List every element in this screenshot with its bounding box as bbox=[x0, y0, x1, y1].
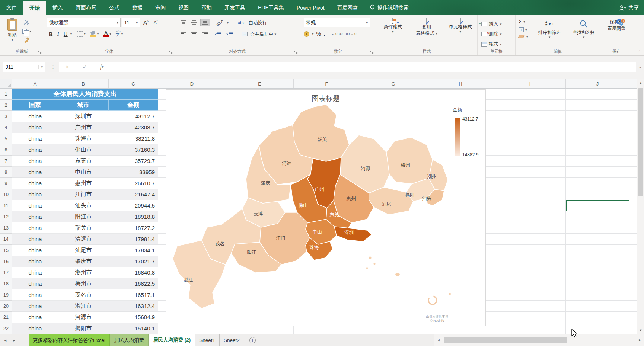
cell-J1[interactable] bbox=[566, 89, 629, 100]
row-header-10[interactable]: 10 bbox=[0, 189, 12, 200]
cell-k14[interactable] bbox=[629, 234, 637, 245]
cell-J2[interactable] bbox=[566, 100, 629, 111]
menu-tab-帮助[interactable]: 帮助 bbox=[195, 0, 218, 15]
underline-button[interactable]: U bbox=[62, 31, 70, 38]
cell-value-20[interactable]: 16312.4 bbox=[109, 301, 158, 312]
clipboard-dialog-launcher[interactable] bbox=[38, 50, 42, 54]
cell-country-3[interactable]: china bbox=[12, 111, 58, 122]
font-color-caret-icon[interactable]: ▾ bbox=[109, 32, 111, 35]
sheet-tab-Sheet1[interactable]: Sheet1 bbox=[195, 334, 220, 346]
cell-J5[interactable] bbox=[566, 133, 629, 144]
cell-value-8[interactable]: 33959 bbox=[109, 167, 158, 178]
align-middle-button[interactable] bbox=[189, 19, 199, 26]
cell-I9[interactable] bbox=[494, 178, 566, 189]
cell-city-5[interactable]: 珠海市 bbox=[58, 133, 109, 144]
menu-tab-Power Pivot[interactable]: Power Pivot bbox=[290, 0, 331, 15]
scroll-left-icon[interactable]: ◄ bbox=[434, 338, 443, 342]
select-all-corner[interactable] bbox=[0, 79, 12, 88]
cell-J4[interactable] bbox=[566, 122, 629, 133]
font-size-select[interactable]: 11 ▾ bbox=[122, 18, 140, 27]
menu-tab-插入[interactable]: 插入 bbox=[46, 0, 69, 15]
row-header-3[interactable]: 3 bbox=[0, 111, 12, 122]
fill-color-icon[interactable] bbox=[90, 31, 96, 37]
cell-J8[interactable] bbox=[566, 167, 629, 178]
orientation-caret-icon[interactable]: ▾ bbox=[227, 21, 229, 24]
expand-formula-bar-icon[interactable]: ⌄ bbox=[639, 65, 642, 69]
accounting-format-icon[interactable]: ¥ bbox=[304, 31, 309, 37]
cell-city-3[interactable]: 深圳市 bbox=[58, 111, 109, 122]
cell-J16[interactable] bbox=[566, 256, 629, 267]
row-header-14[interactable]: 14 bbox=[0, 234, 12, 245]
cell-I19[interactable] bbox=[494, 289, 566, 301]
row-header-6[interactable]: 6 bbox=[0, 144, 12, 156]
cell-country-5[interactable]: china bbox=[12, 133, 58, 144]
column-header-A[interactable]: A bbox=[12, 79, 58, 88]
row-header-4[interactable]: 4 bbox=[0, 122, 12, 133]
cell-value-5[interactable]: 38211.8 bbox=[109, 133, 158, 144]
cell-J10[interactable] bbox=[566, 189, 629, 200]
insert-function-button[interactable]: fx bbox=[100, 64, 104, 70]
cell-I10[interactable] bbox=[494, 189, 566, 200]
collapse-ribbon-icon[interactable]: ⌃ bbox=[638, 50, 641, 54]
copy-button[interactable]: ▾ bbox=[22, 29, 31, 34]
cell-k22[interactable] bbox=[629, 323, 637, 334]
cell-k10[interactable] bbox=[629, 189, 637, 200]
sheet-tab-更多精彩内容关注猪爸爸学Excel[interactable]: 更多精彩内容关注猪爸爸学Excel bbox=[29, 334, 110, 346]
cell-value-11[interactable]: 20944.5 bbox=[109, 200, 158, 211]
cell-city-6[interactable]: 佛山市 bbox=[58, 144, 109, 156]
cell-J18[interactable] bbox=[566, 278, 629, 289]
share-button[interactable]: 共享 bbox=[619, 0, 639, 15]
cell-k5[interactable] bbox=[629, 133, 637, 144]
cell-value-4[interactable]: 42308.7 bbox=[109, 122, 158, 133]
cell-k16[interactable] bbox=[629, 256, 637, 267]
cell-value-14[interactable]: 17981.4 bbox=[109, 234, 158, 245]
merge-center-button[interactable]: 合并后居中 bbox=[250, 31, 274, 38]
cell-country-19[interactable]: china bbox=[12, 289, 58, 301]
horizontal-scrollbar[interactable]: ◄ ► bbox=[434, 334, 644, 346]
menu-tab-视图[interactable]: 视图 bbox=[172, 0, 195, 15]
cell-city-10[interactable]: 江门市 bbox=[58, 189, 109, 200]
fill-button[interactable]: ↓▾ bbox=[519, 27, 531, 32]
cell-value-19[interactable]: 16517.1 bbox=[109, 289, 158, 301]
decrease-decimal-button[interactable]: .00 →.0 bbox=[345, 32, 356, 35]
menu-tab-数据[interactable]: 数据 bbox=[126, 0, 149, 15]
column-header-B[interactable]: B bbox=[58, 79, 109, 88]
row-header-16[interactable]: 16 bbox=[0, 256, 12, 267]
column-header-H[interactable]: H bbox=[427, 79, 494, 88]
cell-city-4[interactable]: 广州市 bbox=[58, 122, 109, 133]
formula-input[interactable] bbox=[111, 62, 636, 72]
number-format-select[interactable]: 常规 ▾ bbox=[304, 18, 370, 27]
scroll-up-icon[interactable]: ▲ bbox=[637, 79, 644, 87]
cell-city-12[interactable]: 阳江市 bbox=[58, 211, 109, 222]
column-header-C[interactable]: C bbox=[109, 79, 158, 88]
cell-value-3[interactable]: 43112.7 bbox=[109, 111, 158, 122]
increase-indent-button[interactable] bbox=[224, 31, 235, 38]
cell-value-12[interactable]: 18918.8 bbox=[109, 211, 158, 222]
cell-city-16[interactable]: 肇庆市 bbox=[58, 256, 109, 267]
cell-J9[interactable] bbox=[566, 178, 629, 189]
align-right-button[interactable] bbox=[200, 31, 210, 38]
menu-tab-PDF工具集[interactable]: PDF工具集 bbox=[252, 0, 290, 15]
horizontal-scroll-thumb[interactable] bbox=[444, 337, 567, 343]
row-header-9[interactable]: 9 bbox=[0, 178, 12, 189]
row-header-22[interactable]: 22 bbox=[0, 323, 12, 334]
cell-J6[interactable] bbox=[566, 144, 629, 156]
table-header-country[interactable]: 国家 bbox=[12, 100, 58, 111]
menu-tab-百度网盘[interactable]: 百度网盘 bbox=[331, 0, 364, 15]
align-top-button[interactable] bbox=[179, 19, 188, 26]
cell-city-22[interactable]: 揭阳市 bbox=[58, 323, 109, 334]
cell-city-13[interactable]: 韶关市 bbox=[58, 222, 109, 234]
cell-J14[interactable] bbox=[566, 234, 629, 245]
column-header-G[interactable]: G bbox=[360, 79, 427, 88]
italic-button[interactable]: I bbox=[55, 31, 61, 38]
cell-I14[interactable] bbox=[494, 234, 566, 245]
cell-country-18[interactable]: china bbox=[12, 278, 58, 289]
column-header-E[interactable]: E bbox=[226, 79, 294, 88]
cell-k20[interactable] bbox=[629, 301, 637, 312]
orientation-button[interactable]: ab↗ bbox=[213, 16, 227, 29]
cell-country-11[interactable]: china bbox=[12, 200, 58, 211]
column-header-F[interactable]: F bbox=[294, 79, 360, 88]
row-header-2[interactable]: 2 bbox=[0, 100, 12, 111]
vertical-scrollbar[interactable]: ▲ ▼ bbox=[637, 79, 644, 334]
cell-k13[interactable] bbox=[629, 222, 637, 234]
